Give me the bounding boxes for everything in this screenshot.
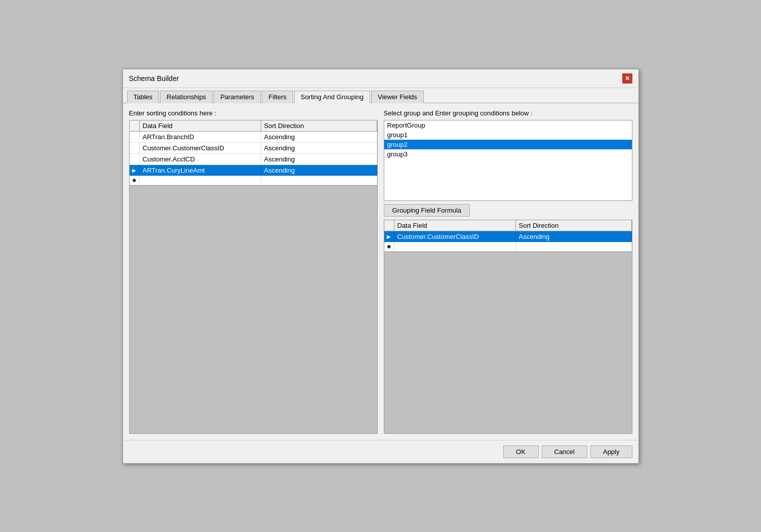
bottom-row-data-field[interactable]	[394, 242, 516, 251]
tab-bar: TablesRelationshipsParametersFiltersSort…	[123, 88, 638, 103]
left-row-data-field[interactable]: Customer.AcctCD	[140, 154, 261, 165]
left-row-sort-direction[interactable]: Ascending	[261, 165, 377, 176]
close-button[interactable]: ✕	[622, 73, 632, 84]
bottom-gray-area	[384, 252, 632, 434]
bottom-row-indicator: ▶	[384, 231, 394, 242]
ok-button[interactable]: OK	[503, 445, 539, 458]
left-panel-label: Enter sorting conditions here :	[129, 109, 378, 117]
left-row-indicator	[130, 143, 140, 153]
left-row-sort-direction[interactable]: Ascending	[261, 132, 377, 142]
left-grid-row[interactable]: ✱	[130, 176, 377, 185]
left-row-sort-direction[interactable]	[261, 176, 377, 185]
bottom-grid-rows: ▶Customer.CustomerClassIDAscending✱	[384, 231, 632, 252]
left-row-sort-direction[interactable]: Ascending	[261, 154, 377, 165]
tab-relationships[interactable]: Relationships	[160, 91, 213, 103]
bottom-grid-row[interactable]: ▶Customer.CustomerClassIDAscending	[384, 231, 632, 242]
left-row-indicator	[130, 132, 140, 142]
dialog-title: Schema Builder	[129, 74, 179, 83]
left-row-data-field[interactable]: Customer.CustomerClassID	[140, 143, 261, 153]
title-bar: Schema Builder ✕	[123, 69, 638, 88]
right-panel: Select group and Enter grouping conditio…	[384, 109, 632, 434]
tab-viewer_fields[interactable]: Viewer Fields	[371, 91, 424, 103]
content-area: Enter sorting conditions here : Data Fie…	[123, 103, 638, 440]
tab-sorting_grouping[interactable]: Sorting And Grouping	[294, 91, 370, 103]
left-row-data-field[interactable]: ARTran.BranchID	[140, 132, 261, 142]
left-row-indicator: ✱	[130, 176, 140, 185]
apply-button[interactable]: Apply	[590, 445, 632, 458]
group-list-items: ReportGroupgroup1group2group3	[384, 120, 632, 159]
left-grid-row[interactable]: ▶ARTran.CuryLineAmtAscending	[130, 165, 377, 176]
left-panel: Enter sorting conditions here : Data Fie…	[129, 109, 378, 434]
left-grid: Data Field Sort Direction ARTran.BranchI…	[129, 120, 378, 186]
bottom-header-data-field: Data Field	[394, 220, 516, 231]
left-row-indicator	[130, 154, 140, 165]
left-grid-header: Data Field Sort Direction	[130, 120, 377, 132]
left-header-indicator	[130, 120, 140, 131]
right-panel-label: Select group and Enter grouping conditio…	[384, 109, 632, 117]
cancel-button[interactable]: Cancel	[542, 445, 587, 458]
bottom-row-sort-direction[interactable]: Ascending	[516, 231, 632, 242]
bottom-grid-section: Data Field Sort Direction ▶Customer.Cust…	[384, 220, 632, 434]
bottom-row-sort-direction[interactable]	[516, 242, 632, 251]
bottom-grid-header: Data Field Sort Direction	[384, 220, 632, 231]
left-grid-row[interactable]: Customer.AcctCDAscending	[130, 154, 377, 165]
tab-tables[interactable]: Tables	[127, 91, 159, 103]
bottom-header-indicator	[384, 220, 394, 231]
schema-builder-dialog: Schema Builder ✕ TablesRelationshipsPara…	[123, 69, 639, 464]
left-row-data-field[interactable]	[140, 176, 261, 185]
left-row-indicator: ▶	[130, 165, 140, 176]
tab-filters[interactable]: Filters	[262, 91, 293, 103]
bottom-row-data-field[interactable]: Customer.CustomerClassID	[394, 231, 516, 242]
group-list-item[interactable]: group1	[384, 130, 632, 140]
left-header-sort-dir: Sort Direction	[261, 120, 377, 131]
group-list-item[interactable]: ReportGroup	[384, 120, 632, 130]
left-row-data-field[interactable]: ARTran.CuryLineAmt	[140, 165, 261, 176]
group-list-item[interactable]: group3	[384, 149, 632, 159]
bottom-row-indicator: ✱	[384, 242, 394, 251]
group-list-item[interactable]: group2	[384, 140, 632, 149]
tab-parameters[interactable]: Parameters	[214, 91, 261, 103]
left-row-sort-direction[interactable]: Ascending	[261, 143, 377, 153]
group-list: ReportGroupgroup1group2group3	[384, 120, 632, 201]
left-grid-row[interactable]: ARTran.BranchIDAscending	[130, 132, 377, 143]
grouping-field-formula-button[interactable]: Grouping Field Formula	[384, 204, 470, 217]
left-gray-area	[129, 186, 378, 434]
left-header-data-field: Data Field	[140, 120, 261, 131]
bottom-grid-row[interactable]: ✱	[384, 242, 632, 252]
footer: OK Cancel Apply	[123, 440, 638, 463]
left-grid-rows: ARTran.BranchIDAscendingCustomer.Custome…	[130, 132, 377, 185]
bottom-grid: Data Field Sort Direction ▶Customer.Cust…	[384, 220, 632, 252]
bottom-header-sort-dir: Sort Direction	[516, 220, 632, 231]
left-grid-row[interactable]: Customer.CustomerClassIDAscending	[130, 143, 377, 154]
